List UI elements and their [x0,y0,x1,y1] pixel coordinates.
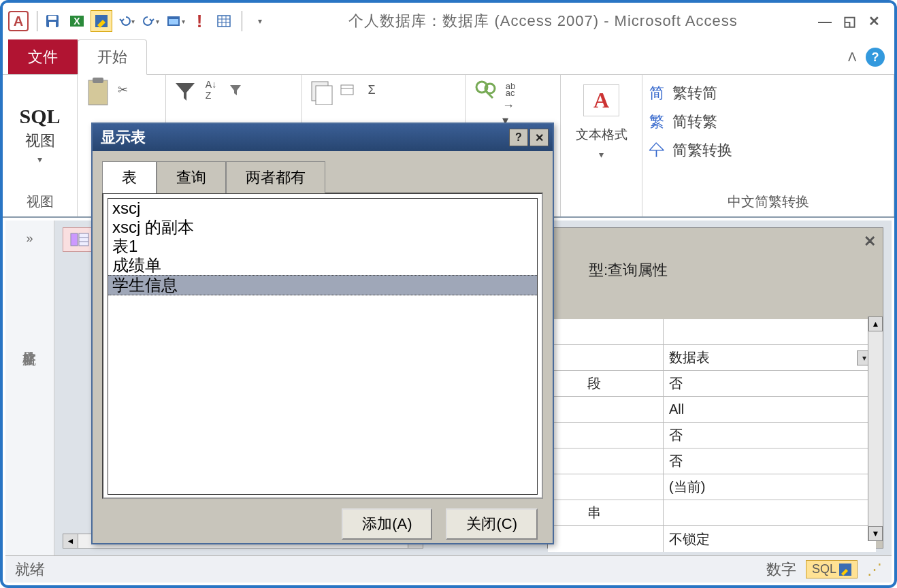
paste-icon[interactable] [84,79,109,103]
ribbon-group-chinese-convert: 简繁转简 繁简转繁 㐃简繁转换 中文简繁转换 [642,75,894,216]
close-button[interactable]: ✕ [864,14,883,29]
sort-asc-icon[interactable]: A↓Z [203,82,219,98]
prop-row[interactable]: 段否 [548,371,876,397]
convert1-label: 繁转简 [672,83,717,103]
dialog-list: xscj xscj 的副本 表1 成绩单 学生信息 [102,193,543,499]
dialog-tab-tables[interactable]: 表 [102,161,157,193]
ribbon-tabs: 文件 开始 ᐱ ? [3,39,894,75]
design-icon [839,564,851,576]
design-icon[interactable] [91,10,112,32]
list-item[interactable]: 表1 [108,237,537,256]
dropdown-arrow-icon [599,149,604,160]
help-icon[interactable]: ? [866,48,885,67]
status-resize-grip-icon[interactable]: ⋰ [867,561,882,578]
cut-icon[interactable]: ✂ [114,82,131,98]
window-icon[interactable]: ▾ [164,10,186,32]
nav-expand-button[interactable]: » [26,231,33,246]
sql-label: SQL [19,105,60,128]
dropdown-arrow-icon [37,154,42,165]
simplified-icon: 简 [649,83,664,103]
prop-row[interactable]: 串 [548,500,876,526]
dialog-tabs: 表 查询 两者都有 [93,151,553,193]
titlebar: A X ▾ ▾ ▾ ! ▾ 个人数据库：数据库 (Access 2007) - … [3,3,894,39]
totals-icon[interactable]: Σ [363,82,380,98]
svg-rect-22 [71,233,78,246]
excel-export-icon[interactable]: X [66,10,88,32]
statusbar: 就绪 数字 SQL ⋰ [5,555,892,583]
filter-toggle-icon[interactable] [227,82,244,98]
tab-file[interactable]: 文件 [8,39,78,74]
quick-access-toolbar: X ▾ ▾ ▾ ! ▾ [42,10,271,32]
svg-rect-7 [169,19,178,24]
replace-icon[interactable]: abac [502,82,519,98]
refresh-icon[interactable] [309,79,333,103]
propsheet-vertical-scrollbar[interactable]: ▲ ▼ [868,316,883,541]
redo-icon[interactable]: ▾ [140,10,161,32]
traditional-icon: 繁 [649,112,664,132]
list-item[interactable]: 成绩单 [108,256,537,275]
show-table-dialog: 显示表 ? ✕ 表 查询 两者都有 xscj xscj 的副本 表1 成绩单 学… [91,122,554,544]
propsheet-title-text: 查询属性 [608,260,668,280]
prop-row[interactable]: (当前) [548,474,876,500]
access-app-icon: A [8,11,29,31]
ribbon-group-label-chinese: 中文简繁转换 [649,190,887,214]
status-sql-view-button[interactable]: SQL [806,560,858,578]
list-item[interactable]: xscj 的副本 [108,218,537,237]
font-button[interactable]: A [583,84,619,116]
dialog-title: 显示表 [101,127,146,148]
svg-rect-17 [341,85,353,95]
prop-row[interactable]: 否 [548,423,876,448]
propsheet-title: 型: 查询属性 [548,255,883,285]
svg-text:X: X [74,16,80,27]
list-item[interactable]: 学生信息 [108,275,537,295]
propsheet-title-prefix: 型: [589,260,608,280]
sql-view-button[interactable]: SQL 视图 [15,103,64,166]
dialog-tab-queries[interactable]: 查询 [157,161,226,193]
goto-icon[interactable]: → ▾ [502,105,519,121]
prop-row[interactable]: 不锁定 [548,526,876,552]
filter-icon[interactable] [173,79,197,103]
restore-button[interactable]: ◱ [840,14,859,29]
convert3-label: 简繁转换 [672,140,732,161]
prop-row[interactable]: 数据表 [548,345,876,371]
ribbon-minimize-icon[interactable]: ᐱ [848,50,856,65]
dialog-buttons: 添加(A) 关闭(C) [93,499,553,549]
svg-rect-8 [218,16,230,27]
view-label: 视图 [25,131,55,151]
minimize-button[interactable]: — [815,14,834,29]
add-button[interactable]: 添加(A) [342,508,432,540]
dialog-help-button[interactable]: ? [509,129,528,146]
scroll-down-icon[interactable]: ▼ [868,526,883,541]
convert-simp-to-trad[interactable]: 繁简转繁 [649,112,717,132]
scroll-left-icon[interactable]: ◄ [63,534,78,548]
exclaim-icon[interactable]: ! [189,10,210,32]
convert2-label: 简转繁 [672,112,717,132]
prop-row[interactable]: All [548,397,876,423]
window-controls: — ◱ ✕ [815,14,883,29]
convert-both[interactable]: 㐃简繁转换 [649,140,732,161]
navigation-pane: » 导航窗格 [5,220,54,555]
datasheet-icon[interactable] [213,10,235,32]
svg-rect-1 [48,16,56,20]
scroll-up-icon[interactable]: ▲ [868,316,883,331]
status-numlock: 数字 [766,559,796,580]
save-icon[interactable] [42,10,63,32]
find-icon[interactable] [472,79,497,103]
convert-trad-to-simp[interactable]: 简繁转简 [649,83,717,103]
close-button[interactable]: 关闭(C) [446,508,538,540]
tab-home[interactable]: 开始 [78,39,147,75]
dialog-titlebar[interactable]: 显示表 ? ✕ [93,124,553,151]
qat-customize-icon[interactable]: ▾ [249,10,271,32]
text-format-label: 文本格式 [576,126,627,144]
svg-rect-2 [49,22,56,27]
dialog-tab-both[interactable]: 两者都有 [226,161,325,193]
ribbon-group-view: SQL 视图 视图 [3,75,78,216]
dialog-close-button[interactable]: ✕ [529,129,549,146]
propsheet-close-icon[interactable]: ✕ [864,233,876,250]
undo-icon[interactable]: ▾ [115,10,137,32]
new-record-icon[interactable] [339,82,355,98]
prop-row[interactable] [548,319,876,345]
property-sheet: ✕ 型: 查询属性 数据表 段否 All 否 否 (当前) 串 不锁定 ▲ ▼ [547,227,883,549]
prop-row[interactable]: 否 [548,448,876,474]
list-item[interactable]: xscj [108,199,537,218]
